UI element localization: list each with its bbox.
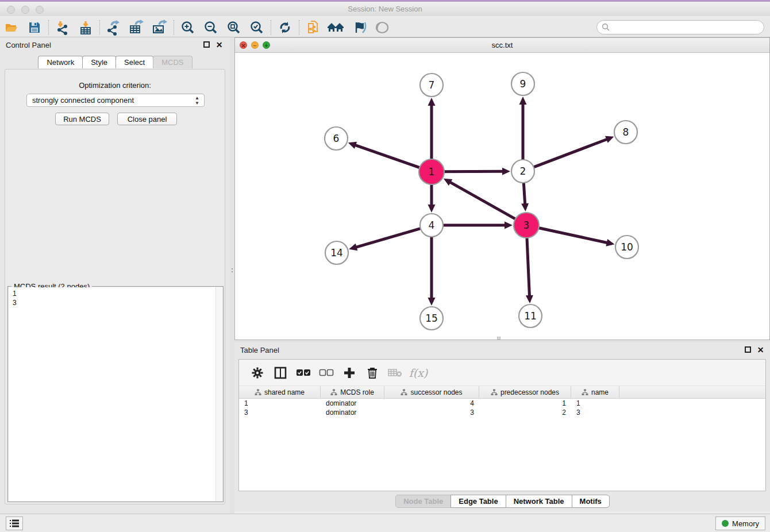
network-canvas[interactable]: 7968124314101511 <box>235 53 769 340</box>
window-title: Session: New Session <box>0 2 770 16</box>
internal-close-icon[interactable]: ✕ <box>240 41 247 49</box>
table-cell[interactable]: 3 <box>384 408 479 417</box>
run-mcds-button[interactable]: Run MCDS <box>55 113 109 125</box>
column-header-predecessor-nodes[interactable]: predecessor nodes <box>479 386 571 398</box>
home-button[interactable] <box>325 19 348 36</box>
open-file-icon <box>4 20 19 35</box>
network-graph[interactable]: 7968124314101511 <box>235 53 769 340</box>
edge-1-6[interactable] <box>354 145 421 168</box>
export-table-button[interactable] <box>125 19 148 36</box>
zoom-selected-icon <box>249 20 264 35</box>
memory-button[interactable]: Memory <box>715 516 765 530</box>
mcds-result-text[interactable]: 1 3 <box>9 287 222 501</box>
memory-status-icon <box>722 520 729 527</box>
edge-2-8[interactable] <box>533 139 608 168</box>
delete-column-button[interactable] <box>362 363 383 383</box>
zoom-out-button[interactable] <box>199 19 222 36</box>
table-cell[interactable]: 4 <box>384 399 479 408</box>
float-panel-icon[interactable] <box>203 41 210 49</box>
table-cell[interactable]: dominator <box>321 408 384 417</box>
function-builder-button[interactable]: f(x) <box>408 363 429 383</box>
search-box[interactable] <box>596 20 764 34</box>
zoom-fit-button[interactable] <box>222 19 245 36</box>
close-panel-button[interactable]: Close panel <box>117 113 177 125</box>
search-input[interactable] <box>610 22 764 33</box>
internal-minimize-icon[interactable]: − <box>251 41 259 49</box>
node-label-8: 8 <box>623 126 629 138</box>
node-label-7: 7 <box>429 79 435 91</box>
column-header-MCDS-role[interactable]: MCDS role <box>321 386 384 398</box>
gear-icon <box>251 367 264 379</box>
columns-button[interactable] <box>270 363 291 383</box>
table-cell[interactable]: 1 <box>239 399 321 408</box>
column-header-name[interactable]: name <box>571 386 619 398</box>
table-cell[interactable]: 1 <box>571 399 619 408</box>
tab-motifs[interactable]: Motifs <box>572 495 610 508</box>
table-cell[interactable]: 1 <box>479 399 571 408</box>
arrowhead-4-15 <box>428 298 436 306</box>
edge-3-1[interactable] <box>449 182 516 219</box>
import-network-button[interactable] <box>51 19 74 36</box>
arrowhead-1-2 <box>502 168 510 175</box>
hide-details-button[interactable] <box>348 19 371 36</box>
export-image-button[interactable] <box>148 19 171 36</box>
delete-table-button[interactable] <box>385 363 406 383</box>
tab-select[interactable]: Select <box>116 56 153 68</box>
main-toolbar <box>0 18 770 37</box>
network-window-titlebar[interactable]: ✕ − + scc.txt <box>235 38 769 53</box>
mac-zoom-icon[interactable] <box>36 6 44 14</box>
table-cell[interactable]: 3 <box>571 408 619 417</box>
zoom-selected-button[interactable] <box>245 19 268 36</box>
table-panel-tabs: Node TableEdge TableNetwork TableMotifs <box>234 495 770 508</box>
columns-icon <box>274 367 287 379</box>
close-table-panel-icon[interactable]: ✕ <box>757 346 764 354</box>
column-header-shared-name[interactable]: shared name <box>239 386 321 398</box>
canvas-resize-handle[interactable] <box>497 337 500 340</box>
node-label-3: 3 <box>523 219 530 231</box>
node-label-4: 4 <box>429 219 435 231</box>
save-session-button[interactable] <box>23 19 46 36</box>
gear-button[interactable] <box>247 363 268 383</box>
edge-1-2[interactable] <box>443 171 504 172</box>
edge-3-10[interactable] <box>538 228 609 243</box>
export-network-button[interactable] <box>102 19 125 36</box>
tree-icon <box>401 389 407 396</box>
table-cell[interactable]: 2 <box>479 408 571 417</box>
vertical-split-divider[interactable] <box>230 37 234 514</box>
refresh-button[interactable] <box>274 19 297 36</box>
edge-4-14[interactable] <box>355 228 422 248</box>
mac-minimize-icon[interactable] <box>21 6 29 14</box>
tab-mcds[interactable]: MCDS <box>153 56 192 68</box>
zoom-in-button[interactable] <box>176 19 199 36</box>
optimization-criterion-select[interactable]: strongly connected component ▲▼ <box>26 94 205 107</box>
home-icon <box>327 20 345 35</box>
edge-2-3[interactable] <box>523 182 525 205</box>
task-history-button[interactable] <box>6 516 23 530</box>
tab-network-table[interactable]: Network Table <box>506 495 572 508</box>
tab-edge-table[interactable]: Edge Table <box>451 495 506 508</box>
arrowhead-3-11 <box>526 295 533 303</box>
table-row[interactable]: 3dominator323 <box>239 408 765 417</box>
show-eye-button[interactable] <box>371 19 394 36</box>
select-all-button[interactable] <box>293 363 314 383</box>
internal-maximize-icon[interactable]: + <box>263 41 270 49</box>
add-column-button[interactable] <box>339 363 360 383</box>
edge-3-11[interactable] <box>527 237 530 297</box>
table-cell[interactable]: dominator <box>321 399 384 408</box>
close-panel-icon[interactable]: ✕ <box>215 41 223 49</box>
import-table-button[interactable] <box>74 19 97 36</box>
open-file-button[interactable] <box>0 19 23 36</box>
tab-style[interactable]: Style <box>82 56 116 68</box>
mcds-result-scrollbar[interactable] <box>215 287 222 501</box>
mac-close-icon[interactable] <box>7 6 15 14</box>
column-header-successor-nodes[interactable]: successor nodes <box>384 386 479 398</box>
duplicate-network-button[interactable] <box>302 19 325 36</box>
tab-node-table[interactable]: Node Table <box>395 495 451 508</box>
arrowhead-4-14 <box>349 244 357 250</box>
tab-network[interactable]: Network <box>38 56 83 68</box>
tree-icon <box>255 389 261 396</box>
table-cell[interactable]: 3 <box>239 408 321 417</box>
table-row[interactable]: 1dominator411 <box>239 399 765 408</box>
deselect-all-button[interactable] <box>316 363 337 383</box>
float-table-panel-icon[interactable] <box>744 346 752 354</box>
